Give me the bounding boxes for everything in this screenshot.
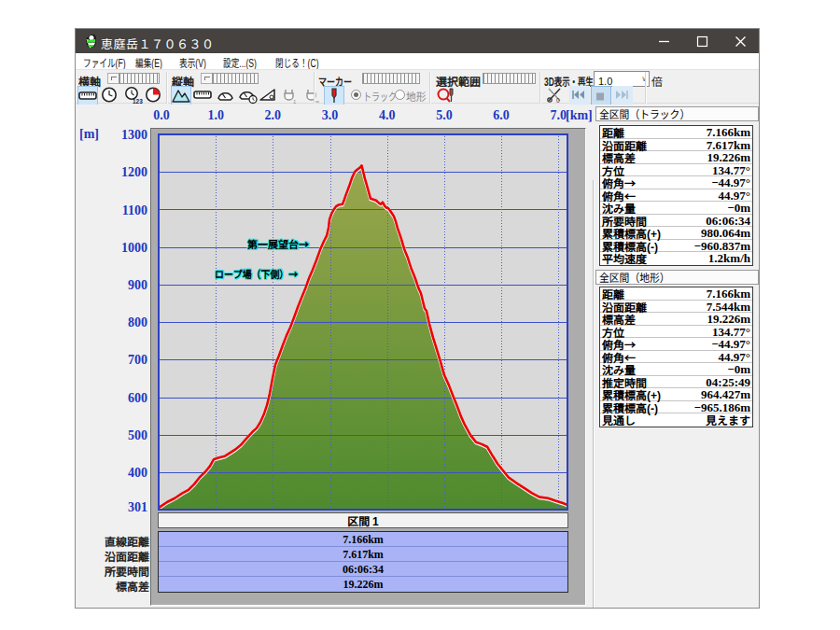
svg-text:0: 0 [556,97,560,104]
svg-text:123: 123 [133,98,143,105]
